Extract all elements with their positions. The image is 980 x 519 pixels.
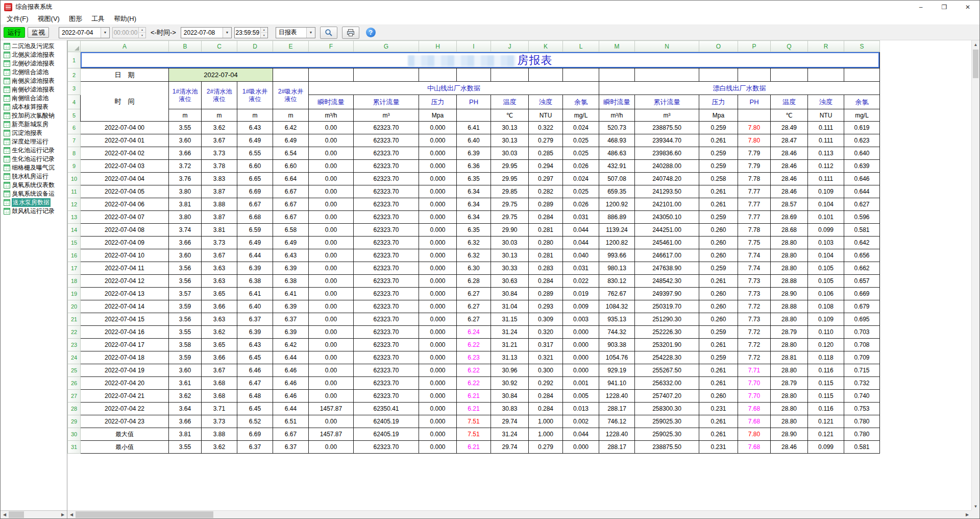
time-cell[interactable]: 2022-07-04 11 [81, 262, 169, 275]
data-cell[interactable]: 6.52 [237, 415, 273, 428]
data-cell[interactable]: 0.780 [844, 428, 880, 441]
data-cell[interactable]: 3.63 [202, 275, 237, 288]
scroll-left-icon[interactable] [67, 511, 76, 518]
data-cell[interactable]: 0.111 [808, 122, 844, 134]
data-cell[interactable]: 0.280 [529, 237, 563, 249]
data-cell[interactable]: 1200.82 [599, 237, 635, 249]
data-cell[interactable]: 3.55 [169, 441, 202, 454]
data-cell[interactable]: 62323.70 [354, 249, 419, 262]
time-cell[interactable]: 2022-07-04 16 [81, 326, 169, 339]
data-cell[interactable]: 7.51 [457, 428, 491, 441]
data-cell[interactable]: 0.040 [563, 249, 599, 262]
data-cell[interactable]: 7.72 [738, 339, 771, 351]
data-cell[interactable]: 0.000 [419, 249, 457, 262]
measure-header-cell[interactable]: 温度 [771, 95, 808, 109]
spin-down-icon[interactable] [261, 32, 267, 38]
data-cell[interactable]: 3.80 [169, 185, 202, 198]
data-cell[interactable]: 0.105 [808, 262, 844, 275]
level-header-cell[interactable]: 2#吸水井 液位 [273, 82, 309, 109]
data-cell[interactable]: 746.12 [599, 415, 635, 428]
data-cell[interactable]: 7.71 [738, 364, 771, 377]
empty-cell[interactable] [491, 68, 529, 82]
data-cell[interactable]: 6.67 [273, 211, 309, 224]
data-cell[interactable]: 1084.32 [599, 300, 635, 313]
data-cell[interactable]: 3.68 [202, 377, 237, 390]
data-cell[interactable]: 3.66 [202, 351, 237, 364]
data-cell[interactable]: 62323.70 [354, 313, 419, 326]
empty-cell[interactable] [529, 68, 563, 82]
data-cell[interactable]: 3.78 [202, 160, 237, 173]
data-cell[interactable]: 0.000 [419, 262, 457, 275]
data-cell[interactable]: 0.00 [309, 390, 354, 403]
column-header-J[interactable]: J [491, 41, 529, 52]
data-cell[interactable]: 0.00 [309, 313, 354, 326]
data-cell[interactable]: 0.259 [699, 160, 738, 173]
time-cell[interactable]: 2022-07-04 02 [81, 147, 169, 160]
data-cell[interactable]: 7.72 [738, 326, 771, 339]
close-button[interactable]: ✕ [956, 1, 979, 13]
data-cell[interactable]: 0.00 [309, 441, 354, 454]
data-cell[interactable]: 0.740 [844, 390, 880, 403]
data-cell[interactable]: 903.38 [599, 339, 635, 351]
time-cell[interactable]: 2022-07-04 04 [81, 173, 169, 185]
data-cell[interactable]: 0.024 [563, 173, 599, 185]
data-cell[interactable]: 0.281 [529, 249, 563, 262]
date-label-cell[interactable]: 日 期 [81, 68, 169, 82]
run-button[interactable]: 运行 [4, 27, 25, 38]
column-header-B[interactable]: B [169, 41, 202, 52]
data-cell[interactable]: 0.000 [563, 339, 599, 351]
sidebar-item[interactable]: 南侧组合滤池 [1, 94, 67, 103]
data-cell[interactable]: 6.49 [237, 237, 273, 249]
data-cell[interactable]: 6.39 [457, 147, 491, 160]
sidebar-item[interactable]: 深度处理运行 [1, 137, 67, 146]
chevron-down-icon[interactable] [101, 28, 109, 38]
scrollbar-thumb[interactable] [973, 50, 978, 78]
data-cell[interactable]: 0.623 [844, 134, 880, 147]
time-cell[interactable]: 2022-07-04 12 [81, 275, 169, 288]
empty-cell[interactable] [354, 68, 419, 82]
data-cell[interactable]: 242101.00 [635, 198, 699, 211]
data-cell[interactable]: 3.87 [202, 185, 237, 198]
data-cell[interactable]: 1054.76 [599, 351, 635, 364]
row-number[interactable]: 15 [68, 237, 81, 249]
data-cell[interactable]: 3.83 [202, 173, 237, 185]
spin-down-icon[interactable] [139, 32, 145, 38]
time-cell[interactable]: 2022-07-04 07 [81, 211, 169, 224]
scroll-down-icon[interactable] [972, 502, 979, 510]
data-cell[interactable]: 3.65 [202, 339, 237, 351]
data-cell[interactable]: 0.000 [419, 313, 457, 326]
data-cell[interactable]: 0.260 [699, 300, 738, 313]
column-header-S[interactable]: S [844, 41, 880, 52]
data-cell[interactable]: 0.289 [529, 288, 563, 300]
data-cell[interactable]: 6.34 [457, 185, 491, 198]
data-cell[interactable]: 0.258 [699, 173, 738, 185]
data-cell[interactable]: 0.322 [529, 122, 563, 134]
chevron-down-icon[interactable] [306, 28, 315, 38]
data-cell[interactable]: 239836.60 [635, 147, 699, 160]
data-cell[interactable]: 0.115 [808, 390, 844, 403]
data-cell[interactable]: 6.42 [273, 122, 309, 134]
data-cell[interactable]: 0.000 [419, 185, 457, 198]
data-cell[interactable]: 62323.70 [354, 134, 419, 147]
data-cell[interactable]: 0.00 [309, 249, 354, 262]
data-cell[interactable]: 0.259 [699, 211, 738, 224]
data-cell[interactable]: 0.00 [309, 134, 354, 147]
group-header-cell[interactable]: 中山线出厂水数据 [309, 82, 599, 95]
column-header-O[interactable]: O [699, 41, 738, 52]
data-cell[interactable]: 238875.50 [635, 122, 699, 134]
scroll-right-icon[interactable] [963, 511, 971, 518]
data-cell[interactable]: 0.000 [419, 428, 457, 441]
report-title-cell[interactable]: 房报表 [81, 52, 880, 68]
data-cell[interactable]: 29.95 [491, 160, 529, 173]
column-header-K[interactable]: K [529, 41, 563, 52]
scrollbar-track[interactable] [24, 511, 59, 518]
measure-header-cell[interactable]: 压力 [419, 95, 457, 109]
data-cell[interactable]: 7.70 [738, 390, 771, 403]
data-cell[interactable]: 0.000 [563, 441, 599, 454]
data-cell[interactable]: 0.001 [563, 377, 599, 390]
unit-cell[interactable]: m [237, 109, 273, 122]
data-cell[interactable]: 6.36 [457, 160, 491, 173]
row-number[interactable]: 14 [68, 224, 81, 237]
data-cell[interactable]: 0.284 [529, 275, 563, 288]
data-cell[interactable]: 256332.00 [635, 377, 699, 390]
